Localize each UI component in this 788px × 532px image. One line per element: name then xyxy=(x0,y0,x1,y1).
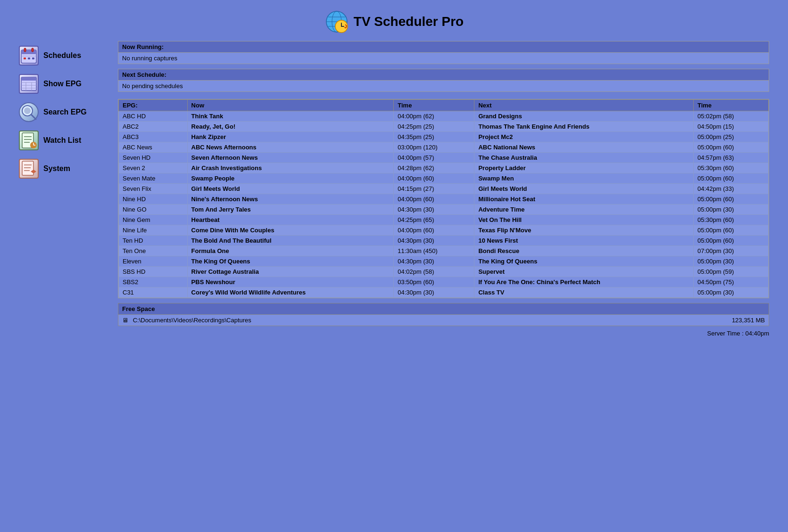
cell-now-time: 04:00pm (60) xyxy=(394,194,474,205)
table-row[interactable]: Nine Gem Heartbeat 04:25pm (65) Vet On T… xyxy=(119,215,769,225)
table-row[interactable]: SBS HD River Cottage Australia 04:02pm (… xyxy=(119,267,769,277)
cell-channel: Seven 2 xyxy=(119,163,188,173)
cell-next: Texas Flip N'Move xyxy=(474,225,694,236)
epg-container: EPG: Now Time Next Time ABC HD Think Tan… xyxy=(118,99,769,298)
cell-next-time: 05:30pm (60) xyxy=(693,163,768,173)
cell-channel: Eleven xyxy=(119,256,188,267)
cell-next-time: 05:00pm (30) xyxy=(693,205,768,215)
table-row[interactable]: ABC HD Think Tank 04:00pm (62) Grand Des… xyxy=(119,111,769,122)
cell-next: Girl Meets World xyxy=(474,184,694,194)
table-row[interactable]: Nine Life Come Dine With Me Couples 04:0… xyxy=(119,225,769,236)
show-epg-icon xyxy=(19,74,39,94)
free-space-icon: 🖥 xyxy=(122,317,128,324)
table-row[interactable]: ABC2 Ready, Jet, Go! 04:25pm (25) Thomas… xyxy=(119,122,769,132)
table-row[interactable]: Eleven The King Of Queens 04:30pm (30) T… xyxy=(119,256,769,267)
cell-next-time: 05:00pm (60) xyxy=(693,225,768,236)
table-row[interactable]: Seven Flix Girl Meets World 04:15pm (27)… xyxy=(119,184,769,194)
cell-now: The King Of Queens xyxy=(187,256,394,267)
table-row[interactable]: Ten HD The Bold And The Beautiful 04:30p… xyxy=(119,236,769,246)
cell-now: Corey's Wild World Wildlife Adventures xyxy=(187,287,394,298)
free-space-size: 123,351 MB xyxy=(732,317,765,324)
cell-next: Property Ladder xyxy=(474,163,694,173)
table-row[interactable]: Seven Mate Swamp People 04:00pm (60) Swa… xyxy=(119,173,769,184)
cell-next: Vet On The Hill xyxy=(474,215,694,225)
cell-next-time: 05:00pm (60) xyxy=(693,194,768,205)
cell-next: Project Mc2 xyxy=(474,132,694,142)
cell-channel: Nine Gem xyxy=(119,215,188,225)
table-row[interactable]: ABC News ABC News Afternoons 03:00pm (12… xyxy=(119,142,769,153)
cell-now: Heartbeat xyxy=(187,215,394,225)
svg-rect-10 xyxy=(21,50,36,54)
cell-channel: ABC3 xyxy=(119,132,188,142)
table-row[interactable]: Nine GO Tom And Jerry Tales 04:30pm (30)… xyxy=(119,205,769,215)
cell-next-time: 07:00pm (30) xyxy=(693,246,768,256)
cell-now: Girl Meets World xyxy=(187,184,394,194)
cell-next-time: 04:42pm (33) xyxy=(693,184,768,194)
sidebar-label-show-epg: Show EPG xyxy=(43,80,82,88)
cell-now: Swamp People xyxy=(187,173,394,184)
sidebar-item-watch-list[interactable]: Watch List xyxy=(19,131,104,150)
cell-channel: SBS2 xyxy=(119,277,188,287)
table-row[interactable]: ABC3 Hank Zipzer 04:35pm (25) Project Mc… xyxy=(119,132,769,142)
schedules-icon xyxy=(19,46,39,65)
cell-now: PBS Newshour xyxy=(187,277,394,287)
sidebar-item-show-epg[interactable]: Show EPG xyxy=(19,74,104,94)
cell-now-time: 04:28pm (62) xyxy=(394,163,474,173)
cell-now-time: 03:50pm (60) xyxy=(394,277,474,287)
cell-next-time: 05:00pm (59) xyxy=(693,267,768,277)
svg-rect-18 xyxy=(21,77,36,81)
cell-next-time: 05:30pm (60) xyxy=(693,215,768,225)
next-schedule-box: Next Schedule: No pending schedules xyxy=(118,69,769,92)
col-now-time: Time xyxy=(394,100,474,111)
cell-now-time: 04:00pm (57) xyxy=(394,153,474,163)
cell-channel: Nine Life xyxy=(119,225,188,236)
next-schedule-header: Next Schedule: xyxy=(118,69,769,81)
now-running-content: No running captures xyxy=(118,53,769,64)
svg-rect-12 xyxy=(32,48,33,52)
sidebar-item-search-epg[interactable]: Search EPG xyxy=(19,102,104,122)
cell-now-time: 04:30pm (30) xyxy=(394,287,474,298)
cell-now-time: 04:30pm (30) xyxy=(394,205,474,215)
cell-channel: Ten One xyxy=(119,246,188,256)
cell-now-time: 04:30pm (30) xyxy=(394,256,474,267)
cell-now-time: 04:25pm (65) xyxy=(394,215,474,225)
cell-next-time: 05:00pm (60) xyxy=(693,173,768,184)
table-row[interactable]: C31 Corey's Wild World Wildlife Adventur… xyxy=(119,287,769,298)
table-row[interactable]: SBS2 PBS Newshour 03:50pm (60) If You Ar… xyxy=(119,277,769,287)
cell-channel: Seven HD xyxy=(119,153,188,163)
cell-next-time: 05:00pm (60) xyxy=(693,236,768,246)
sidebar-label-schedules: Schedules xyxy=(43,51,81,60)
cell-next-time: 05:00pm (25) xyxy=(693,132,768,142)
cell-now-time: 04:25pm (25) xyxy=(394,122,474,132)
table-row[interactable]: Seven 2 Air Crash Investigations 04:28pm… xyxy=(119,163,769,173)
epg-table: EPG: Now Time Next Time ABC HD Think Tan… xyxy=(118,99,769,298)
cell-now: Air Crash Investigations xyxy=(187,163,394,173)
table-row[interactable]: Ten One Formula One 11:30am (450) Bondi … xyxy=(119,246,769,256)
svg-point-25 xyxy=(24,107,31,114)
table-row[interactable]: Seven HD Seven Afternoon News 04:00pm (5… xyxy=(119,153,769,163)
cell-now: ABC News Afternoons xyxy=(187,142,394,153)
cell-next: Swamp Men xyxy=(474,173,694,184)
svg-rect-34 xyxy=(22,161,33,175)
col-now: Now xyxy=(187,100,394,111)
sidebar-item-schedules[interactable]: Schedules xyxy=(19,46,104,65)
cell-next: Supervet xyxy=(474,267,694,277)
cell-next: Grand Designs xyxy=(474,111,694,122)
cell-now-time: 04:00pm (60) xyxy=(394,173,474,184)
sidebar-item-system[interactable]: System xyxy=(19,159,104,179)
sidebar: Schedules Show EPG xyxy=(19,41,104,326)
cell-next: The Chase Australia xyxy=(474,153,694,163)
cell-channel: Seven Flix xyxy=(119,184,188,194)
free-space-path: 🖥 C:\Documents\Videos\Recordings\Capture… xyxy=(122,317,251,324)
cell-channel: ABC News xyxy=(119,142,188,153)
svg-rect-11 xyxy=(24,48,26,52)
cell-now: Hank Zipzer xyxy=(187,132,394,142)
cell-next: Millionaire Hot Seat xyxy=(474,194,694,205)
cell-next-time: 05:00pm (30) xyxy=(693,256,768,267)
table-row[interactable]: Nine HD Nine's Afternoon News 04:00pm (6… xyxy=(119,194,769,205)
cell-channel: Ten HD xyxy=(119,236,188,246)
cell-next: Adventure Time xyxy=(474,205,694,215)
cell-now: The Bold And The Beautiful xyxy=(187,236,394,246)
now-running-box: Now Running: No running captures xyxy=(118,41,769,64)
col-epg: EPG: xyxy=(119,100,188,111)
